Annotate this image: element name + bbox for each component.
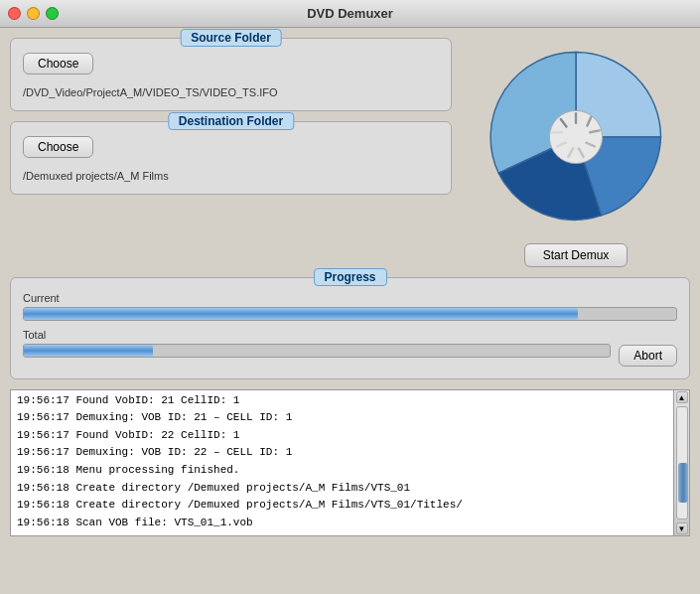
total-progress-fill	[24, 345, 153, 357]
log-line: 19:56:17 Found VobID: 21 CellID: 1	[17, 392, 667, 410]
source-choose-button[interactable]: Choose	[23, 53, 93, 74]
destination-choose-button[interactable]: Choose	[23, 136, 93, 158]
progress-section: Progress Current Total Abort	[10, 277, 690, 379]
log-line: 19:56:17 Found VobID: 22 CellID: 1	[17, 427, 667, 445]
current-progress-fill	[24, 308, 578, 320]
scrollbar[interactable]: ▲ ▼	[673, 390, 689, 535]
log-line: 19:56:17 Demuxing: VOB ID: 22 – CELL ID:…	[17, 444, 667, 462]
source-folder-group: Source Folder Choose /DVD_Video/ProjectA…	[10, 38, 452, 111]
source-folder-label: Source Folder	[180, 29, 282, 47]
traffic-lights	[8, 7, 59, 20]
scroll-down-arrow[interactable]: ▼	[676, 522, 688, 534]
log-line: 19:56:18 Menu processing finished.	[17, 462, 667, 480]
window-title: DVD Demuxer	[307, 6, 393, 21]
log-content[interactable]: 19:56:17 Demuxing: VOB ID: 20 – CELL ID:…	[11, 390, 673, 535]
total-section: Total	[23, 329, 611, 358]
log-line: 19:56:18 Create directory /Demuxed proje…	[17, 480, 667, 498]
right-panel: Start Demux	[462, 38, 690, 267]
current-label: Current	[23, 292, 677, 304]
log-wrapper: 19:56:17 Demuxing: VOB ID: 20 – CELL ID:…	[10, 389, 690, 536]
maximize-button[interactable]	[46, 7, 59, 20]
destination-folder-label: Destination Folder	[168, 112, 294, 130]
abort-button[interactable]: Abort	[619, 345, 677, 367]
log-line: 19:56:18 Scan VOB file: VTS_01_1.vob	[17, 515, 667, 532]
close-button[interactable]	[8, 7, 21, 20]
start-demux-button[interactable]: Start Demux	[524, 243, 629, 267]
title-bar: DVD Demuxer	[0, 0, 700, 28]
log-line: 19:56:17 Demuxing: VOB ID: 21 – CELL ID:…	[17, 409, 667, 427]
current-progress-track	[23, 307, 677, 321]
total-progress-track	[23, 344, 611, 358]
current-progress-row: Current	[23, 292, 677, 321]
left-panel: Source Folder Choose /DVD_Video/ProjectA…	[10, 38, 452, 267]
total-label: Total	[23, 329, 611, 341]
progress-label: Progress	[313, 268, 386, 286]
destination-folder-group: Destination Folder Choose /Demuxed proje…	[10, 121, 452, 195]
source-path: /DVD_Video/ProjectA_M/VIDEO_TS/VIDEO_TS.…	[23, 86, 439, 98]
main-content: Source Folder Choose /DVD_Video/ProjectA…	[0, 28, 700, 277]
scrollbar-thumb[interactable]	[678, 463, 688, 503]
log-line: 19:56:18 Create directory /Demuxed proje…	[17, 497, 667, 515]
pie-chart	[482, 43, 670, 231]
scrollbar-track[interactable]	[676, 406, 688, 520]
destination-path: /Demuxed projects/A_M Films	[23, 170, 439, 182]
minimize-button[interactable]	[27, 7, 40, 20]
scroll-up-arrow[interactable]: ▲	[676, 391, 688, 403]
total-row: Total Abort	[23, 329, 677, 367]
